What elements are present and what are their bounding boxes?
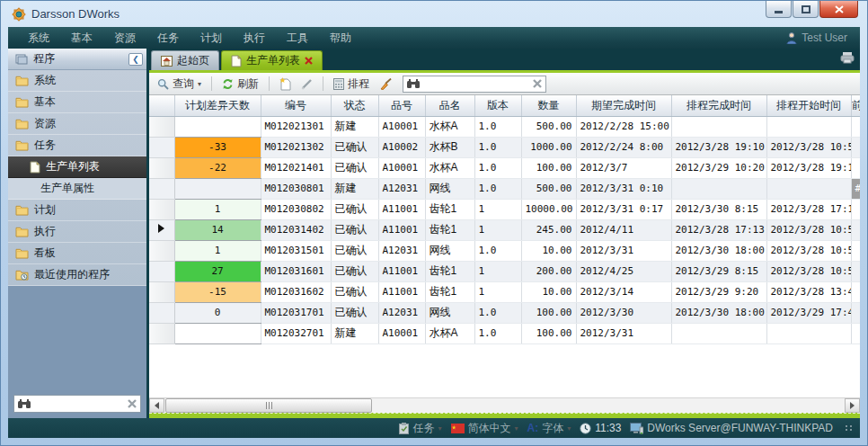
cell-part_no[interactable]: A11001	[378, 219, 425, 240]
cell-extra[interactable]	[851, 281, 860, 302]
cell-part_no[interactable]: A12031	[378, 240, 425, 261]
column-header-sched_start[interactable]: 排程开始时间	[766, 95, 851, 116]
cell-part_no[interactable]: A12031	[378, 302, 425, 323]
sidebar-item-4[interactable]: 生产单列表	[8, 156, 146, 178]
cell-sched_finish[interactable]: 2012/3/29 9:20	[671, 281, 766, 302]
cell-sched_start[interactable]: 2012/3/29 17:46	[766, 302, 851, 323]
sidebar-item-0[interactable]: 系统	[8, 70, 146, 92]
menu-item-7[interactable]: 帮助	[319, 31, 362, 46]
cell-version[interactable]: 1.0	[474, 116, 521, 137]
maximize-button[interactable]	[793, 1, 819, 18]
cell-no[interactable]: M012021302	[261, 137, 331, 157]
cell-diff[interactable]: -22	[174, 157, 261, 178]
cell-part_no[interactable]: A10001	[378, 157, 425, 178]
cell-part_name[interactable]: 齿轮1	[425, 281, 474, 302]
cell-sched_start[interactable]: 2012/3/28 17:13	[766, 199, 851, 219]
table-row[interactable]: -33M012021302已确认A10002水杯B1.01000.002012/…	[149, 137, 860, 157]
cell-sched_finish[interactable]	[671, 323, 766, 343]
close-button[interactable]	[819, 1, 858, 18]
cell-no[interactable]: M012021301	[261, 116, 331, 137]
table-row[interactable]: 27M012031601已确认A11001齿轮11200.002012/4/25…	[149, 261, 860, 281]
sidebar-search-clear-icon[interactable]	[128, 399, 137, 408]
cell-expected_finish[interactable]: 2012/3/7	[576, 157, 671, 178]
cell-status[interactable]: 已确认	[331, 137, 378, 157]
table-row[interactable]: M012021301新建A10001水杯A1.0500.002012/2/28 …	[149, 116, 860, 137]
cell-part_no[interactable]: A10001	[378, 323, 425, 343]
row-selector[interactable]	[149, 116, 174, 137]
cell-status[interactable]: 已确认	[331, 219, 378, 240]
column-header-no[interactable]: 编号	[261, 95, 331, 116]
status-task-menu[interactable]: 任务 ▾	[399, 421, 441, 436]
tab-home[interactable]: 起始页	[151, 50, 219, 70]
scroll-left-button[interactable]	[149, 398, 164, 413]
cell-no[interactable]: M012021401	[261, 157, 331, 178]
row-selector[interactable]	[149, 199, 174, 219]
column-header-part_name[interactable]: 品名	[425, 95, 474, 116]
menu-item-5[interactable]: 执行	[233, 31, 276, 46]
sidebar-item-6[interactable]: 计划	[8, 200, 146, 221]
cell-diff[interactable]: -15	[174, 281, 261, 302]
cell-status[interactable]: 已确认	[331, 302, 378, 323]
row-selector[interactable]	[149, 240, 174, 261]
cell-version[interactable]: 1	[474, 281, 521, 302]
menu-item-3[interactable]: 任务	[146, 31, 190, 46]
toolbar-filter-input[interactable]	[423, 78, 529, 89]
cell-diff[interactable]: 14	[174, 219, 261, 240]
cell-diff[interactable]	[174, 116, 261, 137]
cell-expected_finish[interactable]: 2012/3/14	[576, 281, 671, 302]
column-header-sched_finish[interactable]: 排程完成时间	[671, 95, 766, 116]
cell-extra[interactable]: #	[851, 178, 860, 199]
menu-item-6[interactable]: 工具	[276, 31, 319, 46]
cell-expected_finish[interactable]: 2012/3/31	[576, 323, 671, 343]
minimize-button[interactable]	[766, 1, 792, 18]
cell-version[interactable]: 1.0	[474, 323, 521, 343]
new-record-button[interactable]	[277, 76, 294, 92]
cell-part_name[interactable]: 水杯A	[425, 116, 474, 137]
status-language-menu[interactable]: 简体中文 ▾	[451, 421, 518, 436]
table-row[interactable]: -22M012021401已确认A10001水杯A1.0100.002012/3…	[149, 157, 860, 178]
cell-status[interactable]: 新建	[331, 116, 378, 137]
cell-part_no[interactable]: A12031	[378, 178, 425, 199]
table-row[interactable]: M012032701新建A10001水杯A1.0100.002012/3/31	[149, 323, 860, 343]
cell-diff[interactable]	[174, 178, 261, 199]
cell-expected_finish[interactable]: 2012/4/25	[576, 261, 671, 281]
cell-version[interactable]: 1	[474, 219, 521, 240]
cell-sched_finish[interactable]: 2012/3/29 8:15	[671, 261, 766, 281]
row-selector[interactable]	[149, 137, 174, 157]
table-row[interactable]: 1M012030802已确认A11001齿轮1110000.002012/3/3…	[149, 199, 860, 219]
cell-part_no[interactable]: A11001	[378, 261, 425, 281]
cell-extra[interactable]	[851, 323, 860, 343]
cell-sched_finish[interactable]: 2012/3/30 8:15	[671, 199, 766, 219]
cell-qty[interactable]: 10.00	[521, 240, 576, 261]
cell-status[interactable]: 已确认	[331, 157, 378, 178]
cell-extra[interactable]	[851, 261, 860, 281]
cell-sched_start[interactable]: 2012/3/28 10:52	[766, 219, 851, 240]
tab-production-order-list[interactable]: 生产单列表	[221, 50, 323, 70]
row-selector[interactable]	[149, 178, 174, 199]
cell-sched_finish[interactable]: 2012/3/28 17:13	[671, 219, 766, 240]
cell-qty[interactable]: 100.00	[521, 323, 576, 343]
cell-part_no[interactable]: A10001	[378, 116, 425, 137]
current-user[interactable]: Test User	[786, 31, 851, 44]
cell-sched_finish[interactable]: 2012/3/28 19:10	[671, 137, 766, 157]
row-selector[interactable]	[149, 157, 174, 178]
cell-extra[interactable]	[851, 116, 860, 137]
cell-sched_finish[interactable]: 2012/3/30 18:00	[671, 240, 766, 261]
column-header-diff[interactable]: 计划差异天数	[174, 95, 261, 116]
cell-sched_start[interactable]	[766, 178, 851, 199]
cell-qty[interactable]: 1000.00	[521, 137, 576, 157]
cell-diff[interactable]: 1	[174, 240, 261, 261]
cell-part_name[interactable]: 齿轮1	[425, 219, 474, 240]
cell-part_name[interactable]: 水杯A	[425, 157, 474, 178]
schedule-button[interactable]: 排程	[331, 76, 372, 93]
cell-qty[interactable]: 200.00	[521, 261, 576, 281]
cell-version[interactable]: 1.0	[474, 137, 521, 157]
cell-version[interactable]: 1	[474, 199, 521, 219]
filter-clear-icon[interactable]	[533, 79, 542, 88]
cell-version[interactable]: 1.0	[474, 240, 521, 261]
table-row[interactable]: -15M012031602已确认A11001齿轮1110.002012/3/14…	[149, 281, 860, 302]
query-dropdown-caret-icon[interactable]: ▾	[198, 80, 201, 88]
cell-version[interactable]: 1.0	[474, 178, 521, 199]
query-button[interactable]: 查询 ▾	[155, 76, 204, 93]
cell-expected_finish[interactable]: 2012/4/11	[576, 219, 671, 240]
